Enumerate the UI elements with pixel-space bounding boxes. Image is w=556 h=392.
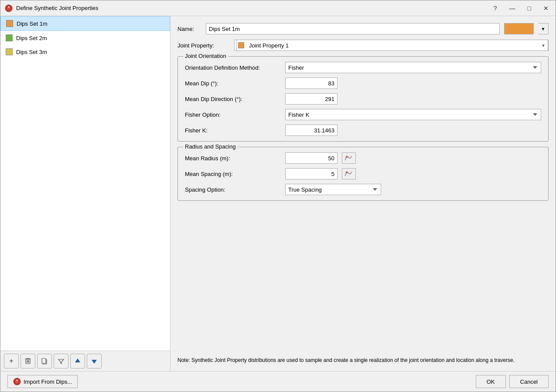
dist-icon-2 — [344, 170, 354, 178]
fisher-option-select[interactable]: Fisher K Fisher S — [285, 109, 541, 120]
add-button[interactable]: + — [4, 354, 19, 368]
bottom-bar: Import From Dips... OK Cancel — [0, 371, 556, 392]
add-icon: + — [9, 357, 13, 365]
window-title: Define Synthetic Joint Properties — [16, 5, 99, 11]
joint-set-list: Dips Set 1mDips Set 2mDips Set 3m — [0, 16, 170, 351]
mean-dip-direction-input[interactable] — [285, 93, 338, 105]
list-toolbar: + — [0, 351, 170, 371]
mean-radius-label: Mean Radius (m): — [185, 155, 281, 162]
joint-orientation-fieldset: Joint Orientation Orientation Definition… — [177, 56, 549, 142]
cancel-button[interactable]: Cancel — [509, 375, 549, 388]
filter-button[interactable] — [54, 354, 68, 368]
mean-radius-row: Mean Radius (m): — [185, 152, 541, 164]
name-input[interactable] — [206, 23, 500, 34]
name-row: Name: ▼ — [177, 23, 549, 34]
mean-dip-label: Mean Dip (°): — [185, 80, 281, 87]
app-icon — [5, 4, 13, 12]
joint-property-select[interactable]: Joint Property 1 Joint Property 2 — [236, 40, 548, 51]
spacing-option-row: Spacing Option: True Spacing Apparent Sp… — [185, 184, 541, 195]
spacing-option-label: Spacing Option: — [185, 186, 281, 193]
ok-button[interactable]: OK — [476, 375, 506, 388]
svg-rect-5 — [42, 358, 46, 363]
list-item-swatch — [6, 20, 13, 27]
help-button[interactable]: ? — [491, 4, 500, 13]
orientation-method-row: Orientation Definition Method: Fisher Bi… — [185, 62, 541, 73]
list-item-swatch — [6, 48, 13, 55]
color-picker-dropdown[interactable]: ▼ — [538, 23, 549, 34]
title-controls: ? — □ ✕ — [491, 4, 551, 13]
minimize-button[interactable]: — — [507, 4, 518, 13]
fisher-k-row: Fisher K: — [185, 125, 541, 136]
joint-property-row: Joint Property: Joint Property 1 Joint P… — [177, 40, 549, 51]
note-text: Note: Synthetic Joint Property distribut… — [177, 353, 549, 364]
mean-radius-input[interactable] — [285, 152, 338, 164]
down-arrow-icon — [91, 358, 98, 365]
maximize-button[interactable]: □ — [525, 4, 534, 13]
list-item-label: Dips Set 3m — [16, 49, 47, 55]
copy-icon — [41, 358, 48, 365]
name-label: Name: — [177, 26, 201, 32]
dist-icon — [344, 154, 354, 162]
left-panel: Dips Set 1mDips Set 2mDips Set 3m + — [0, 16, 171, 371]
mean-spacing-row: Mean Spacing (m): — [185, 168, 541, 179]
orientation-method-label: Orientation Definition Method: — [185, 64, 281, 71]
main-window: Define Synthetic Joint Properties ? — □ … — [0, 0, 556, 392]
spacer — [177, 206, 549, 348]
svg-point-12 — [17, 380, 18, 381]
title-bar-left: Define Synthetic Joint Properties — [5, 4, 99, 12]
mean-radius-dist-button[interactable] — [342, 152, 356, 164]
list-item[interactable]: Dips Set 2m — [0, 31, 170, 45]
joint-orientation-legend: Joint Orientation — [183, 53, 228, 59]
mean-dip-row: Mean Dip (°): — [185, 78, 541, 89]
list-item-swatch — [6, 34, 13, 41]
orientation-method-select[interactable]: Fisher Bingham Uniform — [285, 62, 541, 73]
color-picker-button[interactable] — [504, 23, 534, 34]
list-item-label: Dips Set 2m — [16, 35, 47, 41]
delete-icon — [24, 358, 31, 365]
joint-property-label: Joint Property: — [177, 42, 230, 49]
svg-point-2 — [8, 6, 10, 7]
mean-spacing-label: Mean Spacing (m): — [185, 171, 281, 177]
joint-property-select-container: Joint Property 1 Joint Property 2 ▼ — [234, 40, 549, 51]
mean-dip-input[interactable] — [285, 78, 338, 89]
copy-button[interactable] — [37, 354, 52, 368]
import-label: Import From Dips... — [24, 378, 72, 385]
import-button[interactable]: Import From Dips... — [7, 375, 78, 388]
up-arrow-icon — [74, 358, 81, 365]
fisher-option-label: Fisher Option: — [185, 112, 281, 118]
bottom-right-buttons: OK Cancel — [476, 375, 549, 388]
mean-dip-direction-row: Mean Dip Direction (°): — [185, 93, 541, 105]
fisher-k-label: Fisher K: — [185, 127, 281, 134]
filter-icon — [58, 358, 65, 365]
list-item-label: Dips Set 1m — [17, 20, 48, 27]
content-area: Dips Set 1mDips Set 2mDips Set 3m + — [0, 16, 556, 371]
radius-spacing-fieldset: Radius and Spacing Mean Radius (m): Mean… — [177, 147, 549, 201]
fisher-k-input[interactable] — [285, 125, 338, 136]
delete-button[interactable] — [20, 354, 35, 368]
fisher-option-row: Fisher Option: Fisher K Fisher S — [185, 109, 541, 120]
move-down-button[interactable] — [87, 354, 102, 368]
close-button[interactable]: ✕ — [541, 4, 551, 13]
mean-dip-direction-label: Mean Dip Direction (°): — [185, 96, 281, 102]
right-panel: Name: ▼ Joint Property: Joint Property 1… — [171, 16, 556, 371]
import-icon — [13, 378, 21, 385]
list-item[interactable]: Dips Set 3m — [0, 45, 170, 59]
radius-spacing-legend: Radius and Spacing — [183, 143, 237, 150]
mean-spacing-dist-button[interactable] — [342, 168, 356, 179]
spacing-option-select[interactable]: True Spacing Apparent Spacing — [285, 184, 381, 195]
title-bar: Define Synthetic Joint Properties ? — □ … — [0, 0, 556, 16]
list-item[interactable]: Dips Set 1m — [0, 16, 170, 31]
move-up-button[interactable] — [70, 354, 85, 368]
mean-spacing-input[interactable] — [285, 168, 338, 179]
